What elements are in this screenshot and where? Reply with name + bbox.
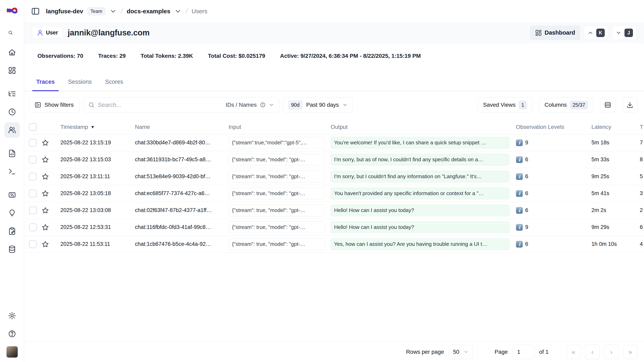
rows-per-page-select[interactable]: 50 [449, 345, 473, 359]
row-checkbox[interactable] [29, 190, 37, 197]
table-row[interactable]: 2025-08-22 11:53:11 chat:1cb67476-b5ce-4… [24, 236, 644, 253]
col-header-input[interactable]: Input [228, 124, 241, 130]
trace-input[interactable]: {"stream": true, "model": "gpt-… [228, 188, 324, 199]
trace-input[interactable]: {"stream": true, "model": "gpt-… [228, 154, 324, 166]
page-number-input[interactable] [512, 345, 534, 359]
sidebar-item-sessions[interactable] [4, 104, 20, 120]
observation-count: 9 [525, 224, 528, 230]
sidebar-toggle-icon[interactable] [31, 7, 40, 16]
search-input[interactable] [98, 102, 222, 108]
trace-input[interactable]: {"stream": true, "model": "gpt-… [228, 171, 324, 182]
trace-input[interactable]: {"stream": true, "model": "gpt-… [228, 204, 324, 216]
terminal-icon [8, 168, 16, 176]
trace-output[interactable]: Yes, how can I assist you? Are you havin… [331, 238, 510, 250]
chevron-down-icon[interactable] [269, 102, 274, 108]
next-page-button[interactable]: › [604, 345, 619, 359]
time-range-select[interactable]: 90d Past 90 days [283, 97, 353, 112]
columns-button[interactable]: Columns 25/37 [539, 97, 593, 112]
sidebar-item-evaluation[interactable] [4, 187, 20, 202]
tab-sessions[interactable]: Sessions [64, 78, 96, 91]
last-page-button[interactable]: » [623, 345, 638, 359]
sidebar-item-users[interactable] [4, 122, 20, 138]
col-header-truncated[interactable]: T [640, 124, 643, 130]
search-scope-label[interactable]: IDs / Names [226, 102, 257, 108]
columns-count: 25/37 [570, 101, 588, 109]
table-row[interactable]: 2025-08-22 13:15:19 chat:330bd4e7-d869-4… [24, 134, 644, 151]
tab-scores[interactable]: Scores [101, 78, 127, 91]
info-glyph: i [518, 140, 520, 145]
bookmark-star-icon[interactable] [42, 173, 49, 180]
sidebar-item-playground[interactable] [4, 164, 20, 179]
sidebar-item-annotation[interactable] [4, 224, 20, 239]
trace-output[interactable]: I'm sorry, but I couldn't find any infor… [331, 171, 510, 182]
bookmark-star-icon[interactable] [42, 224, 49, 231]
info-glyph: i [518, 208, 520, 213]
bookmark-star-icon[interactable] [42, 139, 49, 146]
trace-latency: 9m 29s [592, 224, 640, 230]
trace-output[interactable]: Hello! How can I assist you today? [331, 222, 510, 233]
sidebar [0, 0, 24, 362]
dashboard-button[interactable]: Dashboard [530, 26, 580, 40]
table-row[interactable]: 2025-08-22 13:11:11 chat:513e84e9-9039-4… [24, 168, 644, 185]
sidebar-item-insights[interactable] [4, 205, 20, 221]
select-all-checkbox[interactable] [29, 123, 37, 131]
previous-page-button[interactable]: ‹ [585, 345, 600, 359]
chevron-down-icon[interactable] [174, 8, 182, 15]
table-row[interactable]: 2025-08-22 13:05:18 chat:ec685f77-7374-4… [24, 185, 644, 202]
row-checkbox[interactable] [29, 206, 37, 214]
show-filters-button[interactable]: Show filters [29, 97, 79, 112]
trace-name: chat:3611931b-bc77-49c5-a8… [135, 156, 228, 163]
sidebar-item-settings[interactable] [4, 308, 20, 323]
user-avatar[interactable] [6, 346, 18, 358]
previous-user-button[interactable]: K [584, 26, 608, 40]
trace-output[interactable]: Hello! How can I assist you today? [331, 204, 510, 216]
bookmark-star-icon[interactable] [42, 190, 49, 197]
breadcrumb-org[interactable]: langfuse-dev [46, 8, 83, 15]
trace-output[interactable]: You haven't provided any specific inform… [331, 188, 510, 199]
tab-traces[interactable]: Traces [32, 78, 59, 91]
row-height-button[interactable] [600, 97, 616, 112]
trace-output[interactable]: You’re welcome! If you’d like, I can sha… [331, 137, 510, 148]
col-header-timestamp[interactable]: Timestamp [60, 124, 88, 130]
row-checkbox[interactable] [29, 224, 37, 231]
col-header-latency[interactable]: Latency [592, 124, 611, 130]
trace-timestamp: 2025-08-22 13:11:11 [52, 173, 135, 180]
trace-output[interactable]: I'm sorry, but as of now, I couldn't fin… [331, 154, 510, 166]
breadcrumb-project[interactable]: docs-examples [127, 8, 170, 15]
trace-input[interactable]: {"stream": true, "model": "gpt-… [228, 238, 324, 250]
show-filters-label: Show filters [44, 102, 74, 108]
col-header-observation-levels[interactable]: Observation Levels [516, 124, 564, 130]
first-page-button[interactable]: « [566, 345, 581, 359]
row-checkbox[interactable] [29, 173, 37, 180]
row-checkbox[interactable] [29, 240, 37, 248]
row-checkbox[interactable] [29, 139, 37, 146]
saved-views-button[interactable]: Saved Views 1 [478, 97, 532, 112]
trace-tokens-clipped: 7 [640, 140, 644, 146]
col-header-output[interactable]: Output [331, 124, 348, 130]
export-button[interactable] [622, 97, 638, 112]
sidebar-item-search[interactable] [4, 26, 20, 42]
bookmark-star-icon[interactable] [42, 240, 49, 248]
tab-scores-label: Scores [105, 78, 123, 85]
sidebar-item-support[interactable] [4, 326, 20, 342]
bookmark-star-icon[interactable] [42, 156, 49, 163]
trace-latency: 5m 33s [592, 156, 640, 163]
trace-input[interactable]: {"stream":true,"model":"gpt-5",… [228, 137, 324, 148]
trace-input[interactable]: {"stream": true, "model": "gpt-… [228, 222, 324, 233]
table-row[interactable]: 2025-08-22 12:53:31 chat:116fbfdc-0fd3-4… [24, 219, 644, 236]
sidebar-item-home[interactable] [4, 45, 20, 60]
next-user-button[interactable]: J [612, 26, 637, 40]
row-checkbox[interactable] [29, 156, 37, 164]
table-header-row: Timestamp▼ Name Input Output Observation… [24, 120, 644, 134]
trace-tokens-clipped: 3 [640, 190, 644, 196]
table-row[interactable]: 2025-08-22 13:03:08 chat:02f63f47-87b2-4… [24, 202, 644, 219]
chevron-down-icon[interactable] [110, 8, 117, 15]
table-row[interactable]: 2025-08-22 13:15:03 chat:3611931b-bc77-4… [24, 151, 644, 168]
col-header-name[interactable]: Name [135, 124, 150, 130]
sidebar-item-prompts[interactable] [4, 146, 20, 161]
sidebar-item-tracing[interactable] [4, 86, 20, 102]
langfuse-logo[interactable] [6, 4, 18, 17]
bookmark-star-icon[interactable] [42, 207, 49, 214]
sidebar-item-datasets[interactable] [4, 242, 20, 257]
sidebar-item-dashboards[interactable] [4, 63, 20, 78]
